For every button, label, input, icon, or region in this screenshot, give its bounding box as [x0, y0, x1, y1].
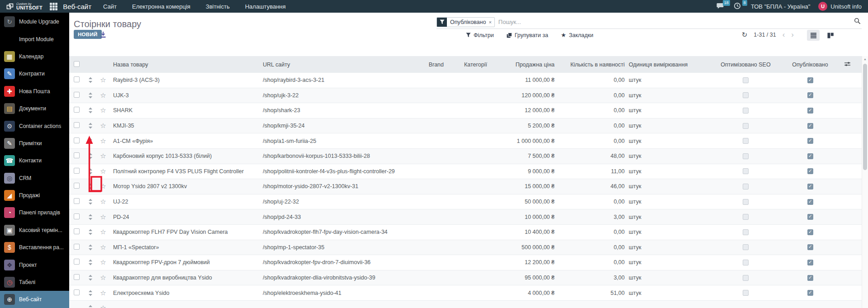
scrollbar-thumb[interactable] — [863, 64, 867, 170]
published-checkbox[interactable] — [807, 275, 813, 281]
row-checkbox[interactable] — [74, 274, 80, 280]
table-row[interactable]: ☆Квадракоптер для виробництва Ysido/shop… — [69, 270, 862, 286]
seo-checkbox[interactable] — [743, 244, 749, 250]
row-checkbox[interactable] — [74, 168, 80, 174]
seo-checkbox[interactable] — [743, 260, 749, 265]
drag-handle-icon[interactable] — [84, 168, 97, 175]
drag-handle-icon[interactable] — [84, 199, 97, 205]
drag-handle-icon[interactable] — [84, 244, 97, 251]
favorite-star-icon[interactable]: ☆ — [97, 91, 109, 100]
column-header-qty[interactable]: Кількість в наявності — [555, 62, 625, 68]
sidebar-item-calendar[interactable]: ▦Календар — [0, 48, 69, 65]
row-checkbox[interactable] — [74, 228, 80, 234]
group-by-menu[interactable]: Групувати за — [507, 32, 548, 38]
row-checkbox[interactable] — [74, 92, 80, 98]
row-checkbox[interactable] — [74, 198, 80, 204]
sidebar-item-contacts[interactable]: ☎Контакти — [0, 152, 69, 169]
activities-icon[interactable]: 8 — [734, 2, 743, 10]
sidebar-item-timesheets[interactable]: ◷Табелі — [0, 274, 69, 291]
seo-checkbox[interactable] — [743, 77, 749, 83]
favorite-star-icon[interactable]: ☆ — [97, 243, 109, 251]
select-all-checkbox[interactable] — [74, 61, 80, 67]
published-checkbox[interactable] — [807, 260, 813, 265]
column-header-unit[interactable]: Одиниця вимірювання — [625, 62, 704, 68]
row-checkbox[interactable] — [74, 244, 80, 250]
row-checkbox[interactable] — [74, 183, 80, 189]
sidebar-item-contracts[interactable]: ✎Контракти — [0, 65, 69, 82]
table-row-partial[interactable]: ☆ — [69, 301, 862, 308]
apps-menu-icon[interactable] — [50, 3, 57, 10]
column-header-price[interactable]: Продажна ціна — [496, 62, 555, 68]
row-checkbox[interactable] — [74, 213, 80, 219]
sidebar-item-nova-poshta[interactable]: ✚Нова Пошта — [0, 83, 69, 100]
favorites-menu[interactable]: ★ Закладки — [561, 32, 593, 38]
pager-next-icon[interactable]: › — [791, 31, 794, 38]
column-header-category[interactable]: Категорії — [444, 62, 496, 68]
sidebar-item-module-upgrade[interactable]: ↻Module Upgrade — [0, 13, 69, 30]
table-row[interactable]: ☆KMJI-35/shop/kmji-35-245 200,00 ₴0,00шт… — [69, 118, 862, 134]
favorite-star-icon[interactable]: ☆ — [97, 106, 109, 114]
export-icon[interactable] — [100, 31, 106, 40]
search-bar[interactable]: Опубліковано × Пошук... — [436, 15, 862, 29]
search-input[interactable]: Пошук... — [498, 19, 854, 25]
sidebar-item-crm[interactable]: ◎CRM — [0, 170, 69, 187]
list-view-button[interactable] — [807, 30, 820, 41]
published-checkbox[interactable] — [807, 244, 813, 250]
menu-site[interactable]: Сайт — [103, 3, 117, 10]
published-checkbox[interactable] — [807, 138, 813, 144]
table-row[interactable]: ☆Raybird-3 (ACS-3)/shop/raybird-3-acs-3-… — [69, 73, 862, 88]
drag-handle-icon[interactable] — [84, 123, 97, 129]
messages-icon[interactable]: 18 — [716, 2, 726, 10]
column-header-seo[interactable]: Оптимізовано SEO — [704, 62, 787, 68]
drag-handle-icon[interactable] — [84, 259, 97, 265]
published-checkbox[interactable] — [807, 153, 813, 159]
published-checkbox[interactable] — [807, 77, 813, 83]
table-row[interactable]: ☆UJK-3/shop/ujk-3-22120 000,00 ₴0,00штук — [69, 88, 862, 104]
row-checkbox[interactable] — [74, 107, 80, 113]
drag-handle-icon[interactable] — [84, 229, 97, 235]
table-row[interactable]: ☆Електроесхема Ysido/shop/elektroeskhema… — [69, 285, 862, 301]
sidebar-item-sales[interactable]: ◢Продажі — [0, 187, 69, 204]
sidebar-item-website[interactable]: ⊕Веб-сайт — [0, 291, 69, 308]
facet-remove-icon[interactable]: × — [488, 19, 494, 25]
drag-handle-icon[interactable] — [84, 77, 97, 83]
sidebar-item-notes[interactable]: ✎Примітки — [0, 135, 69, 152]
published-checkbox[interactable] — [807, 199, 813, 205]
sidebar-item-project[interactable]: ❖Проект — [0, 256, 69, 273]
table-row[interactable]: ☆Мотор Ysido 2807 v2 1300kv/shop/motor-y… — [69, 179, 862, 194]
published-checkbox[interactable] — [807, 168, 813, 174]
table-row[interactable]: ☆SHARK/shop/shark-2312 000,00 ₴0,00штук — [69, 103, 862, 118]
published-checkbox[interactable] — [807, 123, 813, 129]
seo-checkbox[interactable] — [743, 214, 749, 220]
column-header-url[interactable]: URL сайту — [263, 62, 412, 68]
drag-handle-icon[interactable] — [84, 275, 97, 281]
seo-checkbox[interactable] — [743, 229, 749, 235]
user-menu[interactable]: U Unitsoft info — [818, 2, 862, 11]
table-row[interactable]: ☆PD-24/shop/pd-24-3310 000,00 ₴3,00штук — [69, 209, 862, 225]
scroll-up-icon[interactable]: ▲ — [862, 57, 868, 61]
column-header-published[interactable]: Опубліковано — [787, 62, 833, 68]
sidebar-item-container-actions[interactable]: ⚙Container actions — [0, 117, 69, 134]
published-checkbox[interactable] — [807, 229, 813, 235]
seo-checkbox[interactable] — [743, 92, 749, 98]
favorite-star-icon[interactable]: ☆ — [97, 167, 109, 175]
filters-menu[interactable]: Фільтри — [466, 32, 494, 38]
sidebar-item-invoicing[interactable]: $Виставлення ра... — [0, 239, 69, 256]
optional-columns-icon[interactable] — [844, 61, 851, 68]
seo-checkbox[interactable] — [743, 123, 749, 129]
favorite-star-icon[interactable]: ☆ — [97, 198, 109, 206]
favorite-star-icon[interactable]: ☆ — [97, 228, 109, 236]
sidebar-item-pos[interactable]: ▣Касовий термін... — [0, 222, 69, 239]
drag-handle-icon[interactable] — [84, 290, 97, 296]
menu-settings[interactable]: Налаштування — [245, 3, 286, 10]
drag-handle-icon[interactable] — [84, 183, 97, 190]
menu-reporting[interactable]: Звітність — [206, 3, 230, 10]
sidebar-item-import-module[interactable]: Import Module — [0, 30, 69, 47]
published-checkbox[interactable] — [807, 92, 813, 98]
favorite-star-icon[interactable]: ☆ — [97, 289, 109, 297]
favorite-star-icon[interactable]: ☆ — [97, 76, 109, 84]
table-row[interactable]: ☆МП-1 «Spectator»/shop/mp-1-spectator-35… — [69, 240, 862, 256]
favorite-star-icon[interactable]: ☆ — [97, 258, 109, 266]
published-checkbox[interactable] — [807, 290, 813, 296]
sidebar-item-dashboards[interactable]: ◔Панелі приладів — [0, 204, 69, 221]
